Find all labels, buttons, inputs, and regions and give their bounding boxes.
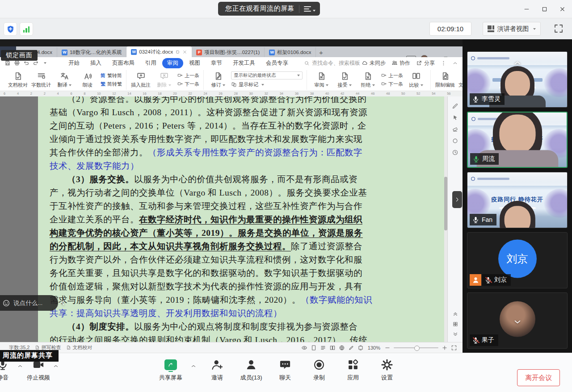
fullscreen-button[interactable] — [553, 23, 564, 34]
view-mode-selector[interactable]: 演讲者视图 — [483, 22, 541, 36]
chevron-up-icon[interactable] — [17, 363, 23, 369]
toolbar-gear-button[interactable]: 设置 — [373, 359, 401, 382]
toolbar-mic-button[interactable]: 静音 — [0, 359, 17, 382]
menu-item[interactable]: 审阅 — [162, 58, 183, 68]
save-icon[interactable] — [4, 60, 11, 66]
chat-collapse-icon[interactable] — [59, 298, 67, 307]
menu-item[interactable]: 开发工具 — [228, 58, 260, 68]
menu-item[interactable]: 插入 — [85, 58, 106, 68]
clock-tool-icon[interactable] — [452, 149, 458, 156]
zoom-in-icon[interactable] — [442, 345, 448, 351]
eye-view-icon[interactable] — [301, 345, 307, 351]
menu-item[interactable]: 引用 — [140, 58, 161, 68]
scrollbar-thumb[interactable] — [444, 177, 447, 230]
toolbar-personPlus-button[interactable]: 邀请 — [203, 359, 231, 382]
ribbon-button[interactable]: 审阅 — [311, 71, 332, 88]
zoom-out-icon[interactable] — [384, 345, 391, 351]
ribbon-small-button[interactable]: 下一条 — [177, 81, 199, 88]
linesIc-view-icon[interactable] — [320, 345, 326, 351]
status-item[interactable]: 文档校对 — [66, 344, 92, 351]
participant-tile[interactable]: 疫路同行 静待花开 Fan — [467, 172, 568, 228]
command-search[interactable]: 查找命令、搜索模板 — [304, 59, 360, 67]
participant-tile[interactable]: 果子 — [467, 292, 568, 349]
quick-chat-input[interactable]: 说点什么... — [0, 295, 58, 311]
toolbar-person-button[interactable]: 成员(13) — [237, 359, 265, 382]
ribbon-button[interactable]: 拒绝 — [358, 71, 378, 88]
ribbon-button[interactable]: 比较 — [406, 71, 426, 88]
fullpage-icon[interactable] — [451, 345, 457, 351]
ribbon-small-button[interactable]: 显示标记 — [231, 81, 303, 88]
tab-close-icon[interactable] — [182, 50, 187, 54]
tab-flag-icon[interactable] — [175, 50, 180, 54]
toolbar-apps-button[interactable]: 应用 — [339, 359, 367, 382]
maximize-button[interactable] — [538, 3, 551, 15]
toolbar-share-button[interactable]: 共享屏幕 — [156, 359, 185, 382]
chevron-up-icon[interactable] — [53, 363, 59, 369]
chevron-down-icon[interactable] — [313, 10, 315, 12]
chevsUp-icon[interactable] — [452, 311, 458, 317]
menu-item[interactable]: 会员专享 — [261, 58, 293, 68]
collapse-ribbon-icon[interactable] — [452, 60, 458, 66]
ribbon-button[interactable]: 字数统计 — [31, 71, 51, 88]
viewing-banner[interactable]: 您正在观看周流的屏幕 — [218, 2, 320, 16]
chevron-up-icon[interactable] — [510, 58, 525, 68]
participant-tile[interactable]: 刘京 刘京 — [467, 232, 568, 288]
menubar-action[interactable]: 协作 — [391, 59, 410, 67]
smiley-icon[interactable] — [2, 299, 10, 307]
ribbon-button[interactable]: 朗读 — [77, 71, 98, 88]
wps-tab[interactable]: W 框架0106.docx — [265, 47, 316, 57]
network-quality-button[interactable] — [20, 22, 33, 36]
document-page[interactable]: （2）资源整合。以服务为中心的价值共创观将资源整合行为作为价值交换的基础（Var… — [38, 96, 447, 342]
participant-tile[interactable]: 疫路同行 静待花开 周流 — [467, 112, 568, 168]
menu-item[interactable]: 视图 — [184, 58, 205, 68]
ribbon-small-button[interactable]: 繁简转繁 — [101, 81, 122, 88]
menu-item[interactable]: 页面布局 — [107, 58, 139, 68]
participant-tile[interactable]: 李雪灵 — [467, 51, 568, 108]
cursor-tool-icon[interactable] — [452, 114, 458, 121]
ribbon-small-button[interactable]: 下一条 — [381, 81, 403, 88]
print-icon[interactable] — [14, 60, 20, 66]
ribbon-small-button[interactable]: 上一条 — [177, 72, 199, 79]
ribbon-button[interactable]: 接受 — [334, 71, 355, 88]
banner-menu-icon[interactable] — [304, 6, 311, 12]
ribbon-button[interactable]: 文档校对 — [8, 71, 28, 88]
scrollbar[interactable] — [444, 96, 447, 342]
pen-view-icon[interactable] — [348, 345, 354, 351]
caretDown-icon[interactable] — [42, 60, 48, 66]
chevron-down-icon[interactable] — [510, 317, 525, 327]
more-options-icon[interactable] — [441, 60, 446, 66]
lock-screen-label[interactable]: 锁定画面 — [1, 50, 38, 61]
close-button[interactable] — [556, 3, 568, 15]
grid-icon[interactable] — [452, 321, 458, 327]
markup-state-dropdown[interactable]: 显示标记的最终状态 — [231, 71, 303, 79]
ribbon-button[interactable]: 修订 — [208, 71, 228, 88]
chevron-up-icon[interactable] — [190, 363, 197, 369]
leave-meeting-button[interactable]: 离开会议 — [517, 369, 560, 386]
ribbon-button[interactable]: 限制编辑 — [435, 71, 455, 88]
zoom-knob[interactable] — [414, 346, 420, 351]
new-tab-button[interactable]: + — [316, 47, 326, 57]
redo-icon[interactable] — [33, 60, 39, 66]
toolbar-record-button[interactable]: 录制 — [305, 359, 333, 382]
ribbon-button[interactable]: 插入批注 — [130, 71, 151, 88]
wps-tab[interactable]: W 18数字化…化的关系观 — [57, 47, 126, 57]
circleO-tool-icon[interactable] — [452, 138, 458, 144]
pencil-tool-icon[interactable] — [452, 103, 458, 109]
undo-icon[interactable] — [23, 60, 29, 66]
wps-tab[interactable]: P 项目制图-张笑…0227(1) — [192, 47, 265, 57]
toolbar-camera-button[interactable]: 停止视频 — [24, 359, 53, 382]
menubar-action[interactable]: 未同步 — [362, 59, 386, 67]
page-view-icon[interactable] — [311, 345, 317, 351]
ribbon-small-button[interactable]: 简繁转简 — [101, 72, 122, 79]
ribbon-button[interactable]: 删除 — [154, 71, 174, 88]
sidebar-expand-button[interactable] — [452, 191, 462, 208]
ribbon-button[interactable]: 翻译 — [54, 71, 75, 88]
security-button[interactable] — [4, 22, 17, 36]
toolbar-chat-button[interactable]: 聊天 — [271, 359, 299, 382]
globe-view-icon[interactable] — [339, 345, 345, 351]
menubar-action[interactable]: 分享 — [416, 59, 435, 67]
minimize-button[interactable] — [520, 3, 533, 15]
ribbon-small-button[interactable]: 上一条 — [381, 72, 403, 79]
fit-page-icon[interactable] — [358, 345, 364, 351]
cols-view-icon[interactable] — [329, 345, 336, 351]
